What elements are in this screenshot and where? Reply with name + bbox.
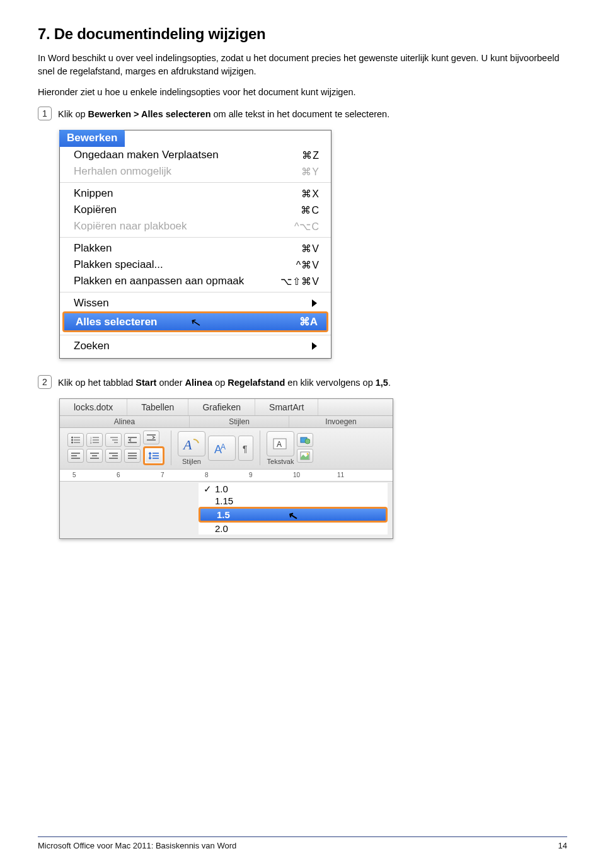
step-2: 2 Klik op het tabblad Start onder Alinea…: [38, 375, 567, 390]
group-label-alinea: Alinea: [60, 416, 190, 427]
menu-item-paste[interactable]: Plakken⌘V: [60, 240, 331, 257]
b: Regelafstand: [228, 378, 285, 388]
svg-point-41: [305, 439, 310, 444]
group-labels: Alinea Stijlen Invoegen: [60, 416, 393, 428]
chevron-right-icon: [312, 299, 317, 307]
menu-separator: [60, 292, 331, 292]
check-icon: ✓: [204, 483, 212, 495]
numbering-button[interactable]: 123: [86, 433, 103, 447]
group-invoegen: A Tekstvak: [263, 431, 317, 465]
b: Alinea: [185, 378, 213, 388]
shape-button[interactable]: [297, 433, 313, 447]
page-footer: Microsoft Office voor Mac 2011: Basisken…: [38, 836, 567, 850]
line-spacing-option-highlight[interactable]: 1.5 ↖: [199, 507, 388, 523]
page-heading: 7. De documentindeling wijzigen: [38, 25, 567, 43]
multilevel-list-button[interactable]: [105, 433, 122, 447]
ruler-tick: 6: [117, 472, 120, 478]
step-1-post: om alle tekst in het document te selecte…: [210, 109, 389, 119]
menu-item-label: Knippen: [74, 187, 301, 200]
align-right-button[interactable]: [105, 449, 122, 463]
svg-point-5: [72, 442, 73, 443]
menu-separator: [60, 237, 331, 238]
screenshot-ribbon: locks.dotx Tabellen Grafieken SmartArt A…: [59, 398, 393, 539]
textbox-button[interactable]: A: [267, 431, 294, 456]
menu-item-copy[interactable]: Kopiëren⌘C: [60, 202, 331, 218]
tab[interactable]: Grafieken: [188, 399, 255, 415]
align-left-button[interactable]: [67, 449, 84, 463]
tab[interactable]: locks.dotx: [60, 399, 127, 415]
menu-item-paste-special[interactable]: Plakken speciaal...^⌘V: [60, 257, 331, 273]
increase-indent-button[interactable]: [143, 431, 159, 444]
line-spacing-menu: ✓1.0 1.15 1.5 ↖ 2.0: [199, 483, 388, 535]
align-center-button[interactable]: [86, 449, 103, 463]
menu-body: Ongedaan maken Verplaatsen⌘Z Herhalen on…: [60, 147, 331, 358]
change-styles-button[interactable]: AA: [208, 436, 236, 461]
label-stijlen: Stijlen: [182, 458, 201, 465]
menu-item-label: Wissen: [74, 297, 312, 310]
ribbon-row: 123 A Stij: [60, 428, 393, 469]
ruler: 5 6 7 8 9 10 11: [60, 469, 393, 482]
decrease-indent-button[interactable]: [124, 433, 141, 447]
ls-label: 2.0: [215, 523, 228, 534]
line-spacing-highlight: [143, 446, 164, 465]
screenshot-menu: Bewerken Ongedaan maken Verplaatsen⌘Z He…: [59, 130, 331, 359]
intro-paragraph-2: Hieronder ziet u hoe u enkele indelingso…: [38, 86, 561, 99]
tab-bar: locks.dotx Tabellen Grafieken SmartArt: [60, 399, 393, 416]
svg-point-3: [72, 437, 73, 438]
menu-item-label: Ongedaan maken Verplaatsen: [74, 149, 302, 161]
menu-item-label: Plakken en aanpassen aan opmaak: [74, 275, 280, 287]
menu-item-shortcut: ⌘A: [299, 315, 318, 328]
menu-item-label: Alles selecteren: [76, 316, 157, 328]
menu-title: Bewerken: [59, 130, 125, 147]
step-1: 1 Klik op Bewerken > Alles selecteren om…: [38, 107, 567, 121]
group-label-stijlen: Stijlen: [190, 416, 289, 427]
ruler-tick: 5: [72, 472, 76, 478]
menu-item-shortcut: ⌘C: [301, 204, 320, 216]
step-1-bold: Bewerken > Alles selecteren: [88, 109, 211, 119]
justify-button[interactable]: [124, 449, 141, 463]
line-spacing-button[interactable]: [146, 449, 162, 463]
picture-button[interactable]: [297, 449, 313, 463]
group-stijlen: A Stijlen AA ¶: [174, 431, 257, 465]
svg-text:A: A: [182, 437, 192, 452]
tab[interactable]: SmartArt: [255, 399, 318, 415]
step-number: 1: [38, 107, 52, 120]
menu-item-shortcut: ⌘X: [301, 188, 320, 200]
t: en klik vervolgens op: [285, 378, 375, 388]
footer-page-number: 14: [558, 841, 567, 850]
line-spacing-option[interactable]: ✓1.0: [199, 483, 388, 495]
tab[interactable]: Tabellen: [127, 399, 188, 415]
quick-styles-button[interactable]: A: [178, 431, 205, 456]
menu-item-shortcut: ⌥⇧⌘V: [280, 275, 320, 287]
menu-separator: [60, 335, 331, 335]
ls-label: 1.15: [215, 495, 233, 506]
bullets-button[interactable]: [67, 433, 84, 447]
ls-label: 1.0: [215, 483, 228, 494]
svg-text:A: A: [277, 440, 282, 449]
group-separator: [260, 431, 260, 465]
chevron-right-icon: [312, 342, 317, 350]
intro-paragraph-1: In Word beschikt u over veel indelingsop…: [38, 52, 561, 78]
menu-item-find[interactable]: Zoeken: [60, 338, 331, 354]
menu-item-undo[interactable]: Ongedaan maken Verplaatsen⌘Z: [60, 147, 331, 163]
group-label-invoegen: Invoegen: [289, 416, 393, 427]
ruler-tick: 7: [161, 472, 164, 478]
t: op: [212, 378, 228, 388]
menu-item-copy-to-scrapbook: Kopiëren naar plakboek^⌥C: [60, 218, 331, 234]
menu-item-shortcut: ^⌘V: [296, 259, 320, 271]
show-formatting-button[interactable]: ¶: [238, 436, 253, 461]
step-2-text: Klik op het tabblad Start onder Alinea o…: [58, 375, 391, 390]
svg-text:A: A: [221, 443, 226, 451]
menu-item-select-all-highlight: Alles selecteren ⌘A ↖: [62, 311, 328, 332]
menu-item-clear[interactable]: Wissen: [60, 295, 331, 311]
line-spacing-option[interactable]: 2.0: [199, 523, 388, 535]
line-spacing-option[interactable]: 1.15: [199, 495, 388, 507]
svg-point-43: [307, 453, 309, 455]
ruler-tick: 11: [337, 472, 344, 478]
b: Start: [135, 378, 156, 388]
menu-item-shortcut: ⌘V: [301, 243, 320, 255]
menu-item-shortcut: ^⌥C: [294, 221, 320, 233]
menu-item-cut[interactable]: Knippen⌘X: [60, 185, 331, 202]
menu-item-label: Herhalen onmogelijk: [74, 165, 301, 178]
menu-item-paste-match[interactable]: Plakken en aanpassen aan opmaak⌥⇧⌘V: [60, 273, 331, 289]
